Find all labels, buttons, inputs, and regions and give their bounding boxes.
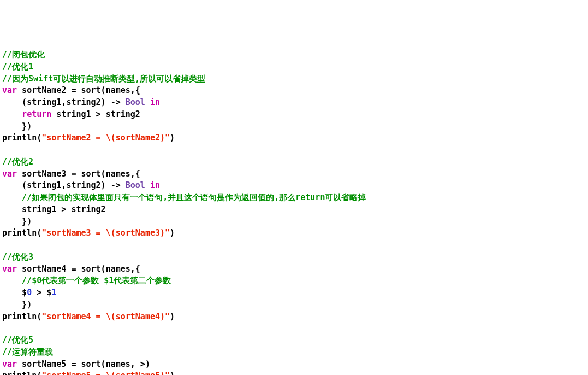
code-text: println( [2, 133, 41, 143]
code-text: sortName4 = sort(names,{ [17, 264, 140, 274]
string-literal: "sortName5 = \(sortName5)" [41, 371, 170, 375]
type-bool: Bool [126, 97, 145, 107]
code-text: println( [2, 312, 41, 321]
comment-line: //优化5 [2, 335, 33, 345]
number-literal: 0 [27, 288, 32, 297]
code-text: ) [170, 133, 175, 143]
comment-line: //如果闭包的实现体里面只有一个语句,并且这个语句是作为返回值的,那么retur… [2, 192, 366, 202]
code-text: $ [2, 288, 27, 297]
string-literal: "sortName2 = \(sortName2)" [41, 133, 170, 143]
code-text: ) [170, 228, 175, 238]
code-text: }) [2, 216, 32, 226]
comment-line: //闭包优化 [2, 50, 45, 60]
keyword-var: var [2, 264, 17, 274]
comment-line: //优化1 [2, 62, 33, 72]
comment-line: //优化2 [2, 157, 33, 167]
code-text: sortName3 = sort(names,{ [17, 169, 140, 179]
code-text: }) [2, 300, 32, 309]
code-text: > $ [32, 288, 51, 297]
keyword-var: var [2, 85, 17, 95]
keyword-var: var [2, 169, 17, 179]
code-text: (string1,string2) -> [2, 97, 126, 107]
text-cursor [33, 62, 33, 72]
keyword-var: var [2, 359, 17, 369]
comment-line: //运算符重载 [2, 347, 53, 357]
code-text: println( [2, 371, 41, 375]
code-text: string1 > string2 [2, 204, 106, 214]
keyword-in: in [145, 97, 160, 107]
comment-line: //优化3 [2, 252, 33, 262]
code-text: sortName5 = sort(names, >) [17, 359, 150, 369]
code-text: sortName2 = sort(names,{ [17, 85, 140, 95]
keyword-return: return [2, 109, 51, 119]
comment-line: //$0代表第一个参数 $1代表第二个参数 [2, 276, 171, 285]
code-block: //闭包优化 //优化1 //因为Swift可以进行自动推断类型,所以可以省掉类… [2, 49, 586, 375]
comment-line: //因为Swift可以进行自动推断类型,所以可以省掉类型 [2, 74, 205, 84]
string-literal: "sortName4 = \(sortName4)" [41, 312, 170, 321]
keyword-in: in [145, 180, 160, 190]
code-text: (string1,string2) -> [2, 180, 126, 190]
string-literal: "sortName3 = \(sortName3)" [41, 228, 170, 238]
code-text: ) [170, 371, 175, 375]
number-literal: 1 [51, 288, 56, 297]
type-bool: Bool [126, 180, 145, 190]
code-text: string1 > string2 [51, 109, 140, 119]
code-text: ) [170, 312, 175, 321]
code-text: }) [2, 121, 32, 131]
code-text: println( [2, 228, 41, 238]
